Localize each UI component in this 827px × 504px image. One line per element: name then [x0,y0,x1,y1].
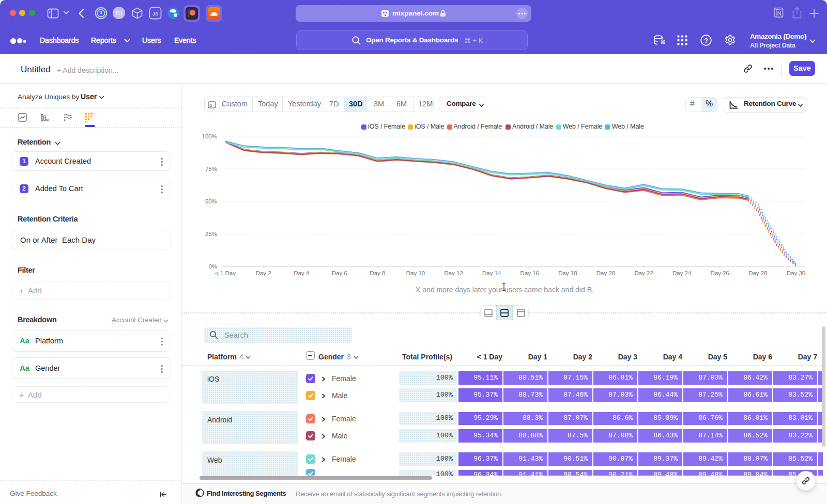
svg-text:?: ? [704,37,708,44]
svg-text:JS: JS [152,11,159,17]
